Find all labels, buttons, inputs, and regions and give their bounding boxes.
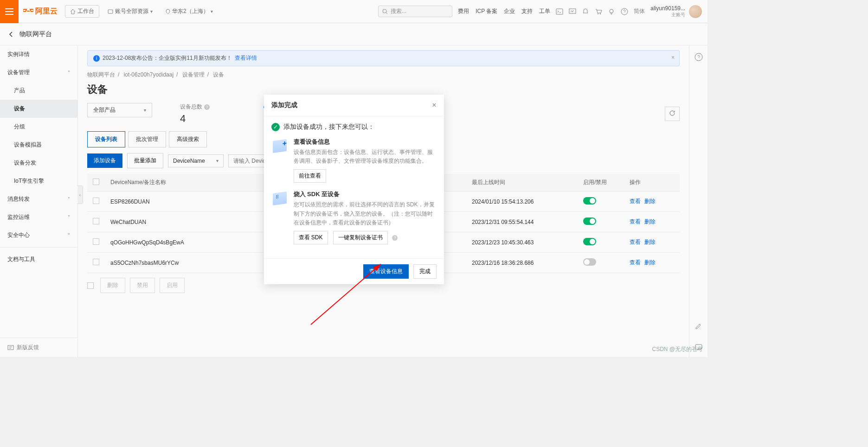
device-info-icon xyxy=(271,138,288,154)
add-complete-modal: 添加完成 × ✓ 添加设备成功，接下来您可以： 查看设备信息 设备信息页面包含：… xyxy=(264,95,444,284)
modal-view-device-button[interactable]: 查看设备信息 xyxy=(363,264,409,279)
modal-close-icon[interactable]: × xyxy=(432,101,436,109)
sec2-desc: 您可以依照您的需求，前往选择不同的语言的 SDK，并复制下方的设备证书，烧入至您… xyxy=(294,200,437,227)
goto-view-button[interactable]: 前往查看 xyxy=(294,169,326,183)
help-icon[interactable]: ? xyxy=(392,235,398,241)
watermark: CSDN @无尽的苍穹 xyxy=(652,345,703,353)
sdk-icon xyxy=(271,190,288,207)
copy-cert-button[interactable]: 一键复制设备证书 xyxy=(333,231,388,244)
success-check-icon: ✓ xyxy=(271,123,280,131)
sec2-title: 烧入 SDK 至设备 xyxy=(294,190,437,198)
sec1-desc: 设备信息页面包含：设备信息、运行状态、事件管理、服务调用、设备影子、文件管理等设… xyxy=(294,148,437,166)
view-sdk-button[interactable]: 查看 SDK xyxy=(294,231,328,244)
modal-title: 添加完成 xyxy=(271,101,297,109)
sec1-title: 查看设备信息 xyxy=(294,138,437,146)
modal-success-text: 添加设备成功，接下来您可以： xyxy=(283,123,374,131)
modal-done-button[interactable]: 完成 xyxy=(413,264,437,279)
